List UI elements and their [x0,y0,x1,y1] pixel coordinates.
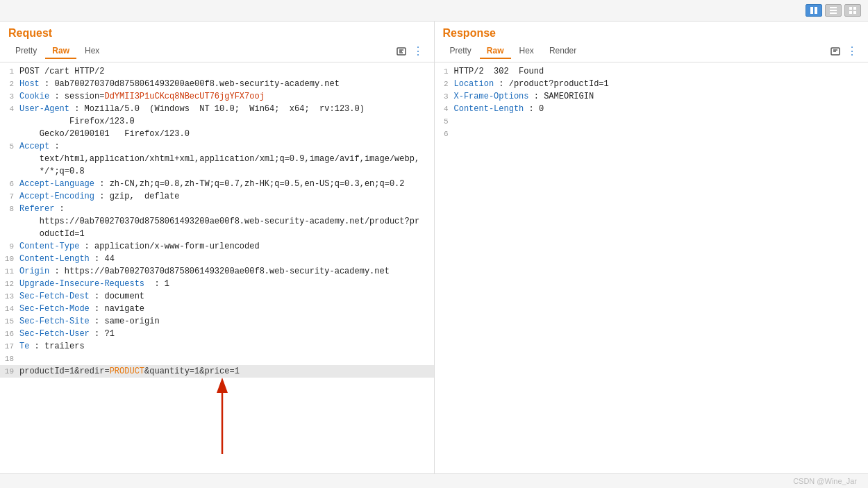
request-line-8b: https://0ab700270370d8758061493200ae00f8… [0,215,434,228]
response-line-1: 1 HTTP/2 302 Found [435,65,869,78]
request-content: 1 POST /cart HTTP/2 2 Host : 0ab70027037… [0,62,434,473]
request-line-14: 14 Sec-Fetch-Mode : navigate [0,303,434,315]
request-code-lines: 1 POST /cart HTTP/2 2 Host : 0ab70027037… [0,65,434,378]
list-view-button[interactable] [825,4,842,17]
request-line-5c: */*;q=0.8 [0,165,434,178]
tab-response-render[interactable]: Render [542,44,583,59]
svg-rect-7 [849,11,852,14]
request-header: Request Pretty Raw Hex ⋮ [0,22,434,62]
response-tabs-row: Pretty Raw Hex Render ⋮ [443,44,860,59]
svg-rect-3 [830,10,837,11]
response-line-6: 6 [435,128,869,140]
request-line-12: 12 Upgrade-Insecure-Requests : 1 [0,278,434,290]
request-line-8c: oductId=1 [0,228,434,240]
response-line-5: 5 [435,115,869,128]
svg-rect-6 [853,7,856,10]
request-line-15: 15 Sec-Fetch-Site : same-origin [0,315,434,328]
response-code-lines: 1 HTTP/2 302 Found 2 Location : /product… [435,65,869,140]
request-line-2: 2 Host : 0ab700270370d8758061493200ae00f… [0,78,434,90]
request-line-4b: Gecko/20100101 Firefox/123.0 [0,128,434,140]
request-line-7: 7 Accept-Encoding : gzip, deflate [0,190,434,203]
svg-rect-4 [830,12,837,14]
tab-request-pretty[interactable]: Pretty [8,44,44,59]
request-wrap-icon[interactable] [394,45,409,58]
request-line-8: 8 Referer : [0,203,434,215]
response-settings-icon[interactable]: ⋮ [844,45,860,58]
tab-request-raw[interactable]: Raw [45,44,76,59]
watermark: CSDN @Wine_Jar [793,477,857,485]
request-line-9: 9 Content-Type : application/x-www-form-… [0,240,434,253]
response-line-2: 2 Location : /product?productId=1 [435,78,869,90]
top-toolbar [0,0,868,22]
svg-rect-1 [815,7,817,14]
request-line-1: 1 POST /cart HTTP/2 [0,65,434,78]
tab-response-raw[interactable]: Raw [480,44,511,59]
footer: CSDN @Wine_Jar [0,473,868,488]
request-panel: Request Pretty Raw Hex ⋮ [0,22,435,473]
request-line-6: 6 Accept-Language : zh-CN,zh;q=0.8,zh-TW… [0,178,434,190]
response-content: 1 HTTP/2 302 Found 2 Location : /product… [435,62,869,473]
request-settings-icon[interactable]: ⋮ [410,45,426,58]
request-line-17: 17 Te : trailers [0,340,434,353]
response-line-3: 3 X-Frame-Options : SAMEORIGIN [435,90,869,103]
tab-response-hex[interactable]: Hex [512,44,541,59]
main-panels: Request Pretty Raw Hex ⋮ [0,22,868,473]
red-arrow [208,378,236,461]
request-line-16: 16 Sec-Fetch-User : ?1 [0,328,434,340]
request-tabs-row: Pretty Raw Hex ⋮ [8,44,426,59]
svg-rect-0 [810,7,813,14]
response-wrap-icon[interactable] [828,45,843,58]
request-title: Request [8,27,426,40]
svg-rect-5 [849,7,852,10]
tab-response-pretty[interactable]: Pretty [443,44,478,59]
grid-view-button[interactable] [844,4,861,17]
response-title: Response [443,27,860,40]
response-panel: Response Pretty Raw Hex Render ⋮ [435,22,869,473]
request-line-10: 10 Content-Length : 44 [0,253,434,265]
request-line-4: 4 User-Agent : Mozilla/5.0 (Windows NT 1… [0,103,434,128]
columns-view-button[interactable] [806,4,822,17]
svg-rect-2 [830,7,837,8]
svg-rect-8 [853,11,856,14]
request-line-18: 18 [0,353,434,365]
request-line-5: 5 Accept : [0,140,434,153]
request-line-3: 3 Cookie : session=DdYMII3P1uCKcq8NBecUT… [0,90,434,103]
request-line-13: 13 Sec-Fetch-Dest : document [0,290,434,303]
request-line-5b: text/html,application/xhtml+xml,applicat… [0,153,434,165]
svg-marker-14 [217,378,228,393]
arrow-container [0,378,434,461]
request-line-11: 11 Origin : https://0ab700270370d8758061… [0,265,434,278]
response-header: Response Pretty Raw Hex Render ⋮ [435,22,869,62]
request-line-19: 19 productId=1&redir=PRODUCT&quantity=1&… [0,365,434,378]
tab-request-hex[interactable]: Hex [78,44,106,59]
response-line-4: 4 Content-Length : 0 [435,103,869,115]
